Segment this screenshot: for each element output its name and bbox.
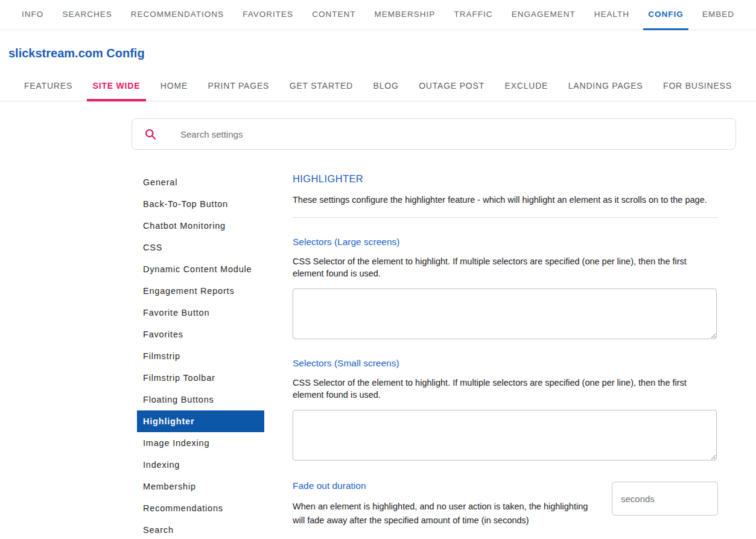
sidebar-item-engagement-reports[interactable]: Engagement Reports bbox=[137, 280, 264, 302]
top-nav-item-engagement[interactable]: ENGAGEMENT bbox=[507, 0, 580, 30]
top-nav-item-recommendations[interactable]: RECOMMENDATIONS bbox=[126, 0, 229, 30]
sidebar-item-image-indexing[interactable]: Image Indexing bbox=[137, 432, 264, 454]
top-nav-item-info[interactable]: INFO bbox=[17, 0, 48, 30]
fade-out-duration-text: Fade out duration When an element is hig… bbox=[293, 480, 588, 528]
tab-exclude[interactable]: EXCLUDE bbox=[499, 72, 554, 101]
sidebar-item-dynamic-content-module[interactable]: Dynamic Content Module bbox=[137, 258, 264, 280]
page-title: slickstream.com Config bbox=[8, 46, 756, 60]
field-selectors-large: Selectors (Large screens) CSS Selector o… bbox=[293, 237, 718, 339]
top-nav: INFO SEARCHES RECOMMENDATIONS FAVORITES … bbox=[0, 0, 756, 30]
field-fade-out-duration: Fade out duration When an element is hig… bbox=[293, 480, 718, 528]
sidebar-item-favorites[interactable]: Favorites bbox=[137, 324, 264, 345]
field-description-fade-out-duration: When an element is highlighted, and no u… bbox=[293, 500, 588, 528]
section-divider bbox=[293, 217, 718, 218]
tab-print-pages[interactable]: PRINT PAGES bbox=[202, 72, 276, 101]
field-label-selectors-small: Selectors (Small screens) bbox=[293, 358, 718, 369]
settings-search-bar[interactable] bbox=[132, 118, 736, 150]
sidebar-item-membership[interactable]: Membership bbox=[137, 476, 264, 497]
tab-get-started[interactable]: GET STARTED bbox=[284, 72, 359, 101]
top-nav-item-config[interactable]: CONFIG bbox=[643, 0, 688, 30]
tab-blog[interactable]: BLOG bbox=[367, 72, 405, 101]
sidebar-item-favorite-button[interactable]: Favorite Button bbox=[137, 302, 264, 324]
tab-features[interactable]: FEATURES bbox=[18, 72, 78, 101]
field-selectors-small: Selectors (Small screens) CSS Selector o… bbox=[293, 358, 718, 461]
top-nav-item-searches[interactable]: SEARCHES bbox=[57, 0, 116, 30]
fade-out-duration-input[interactable] bbox=[612, 482, 718, 515]
config-tabs: FEATURES SITE WIDE HOME PRINT PAGES GET … bbox=[0, 72, 756, 101]
field-label-fade-out-duration: Fade out duration bbox=[293, 480, 588, 491]
section-title: HIGHLIGHTER bbox=[293, 173, 718, 185]
field-label-selectors-large: Selectors (Large screens) bbox=[293, 237, 718, 247]
top-nav-item-favorites[interactable]: FAVORITES bbox=[238, 0, 298, 30]
tab-home[interactable]: HOME bbox=[154, 72, 194, 101]
sidebar-item-css[interactable]: CSS bbox=[137, 237, 264, 258]
field-description-selectors-small: CSS Selector of the element to highlight… bbox=[293, 377, 718, 401]
settings-sidebar: General Back-To-Top Button Chatbot Monit… bbox=[137, 171, 264, 539]
sidebar-item-chatbot-monitoring[interactable]: Chatbot Monitoring bbox=[137, 215, 264, 237]
tab-for-business[interactable]: FOR BUSINESS bbox=[657, 72, 738, 101]
top-nav-item-membership[interactable]: MEMBERSHIP bbox=[370, 0, 440, 30]
top-nav-item-health[interactable]: HEALTH bbox=[589, 0, 634, 30]
sidebar-item-floating-buttons[interactable]: Floating Buttons bbox=[137, 389, 264, 410]
tab-site-wide[interactable]: SITE WIDE bbox=[87, 72, 147, 101]
sidebar-item-highlighter[interactable]: Highlighter bbox=[137, 410, 264, 432]
sidebar-item-filmstrip[interactable]: Filmstrip bbox=[137, 345, 264, 367]
selectors-large-textarea[interactable] bbox=[293, 289, 717, 339]
top-nav-item-content[interactable]: CONTENT bbox=[307, 0, 360, 30]
content-area: General Back-To-Top Button Chatbot Monit… bbox=[0, 171, 756, 539]
search-input[interactable] bbox=[180, 129, 723, 139]
search-icon bbox=[144, 128, 157, 141]
sidebar-item-search[interactable]: Search bbox=[137, 519, 264, 539]
sidebar-item-general[interactable]: General bbox=[137, 171, 264, 193]
top-nav-item-traffic[interactable]: TRAFFIC bbox=[449, 0, 498, 30]
sidebar-item-back-to-top-button[interactable]: Back-To-Top Button bbox=[137, 193, 264, 215]
tab-landing-pages[interactable]: LANDING PAGES bbox=[562, 72, 649, 101]
sidebar-item-indexing[interactable]: Indexing bbox=[137, 454, 264, 476]
field-description-selectors-large: CSS Selector of the element to highlight… bbox=[293, 255, 718, 279]
sidebar-item-filmstrip-toolbar[interactable]: Filmstrip Toolbar bbox=[137, 367, 264, 389]
section-description: These settings configure the highlighter… bbox=[293, 194, 718, 206]
top-nav-item-embed[interactable]: EMBED bbox=[697, 0, 739, 30]
tab-outage-post[interactable]: OUTAGE POST bbox=[413, 72, 491, 101]
sidebar-item-recommendations[interactable]: Recommendations bbox=[137, 497, 264, 519]
highlighter-settings-panel: HIGHLIGHTER These settings configure the… bbox=[293, 171, 718, 539]
selectors-small-textarea[interactable] bbox=[293, 410, 717, 461]
